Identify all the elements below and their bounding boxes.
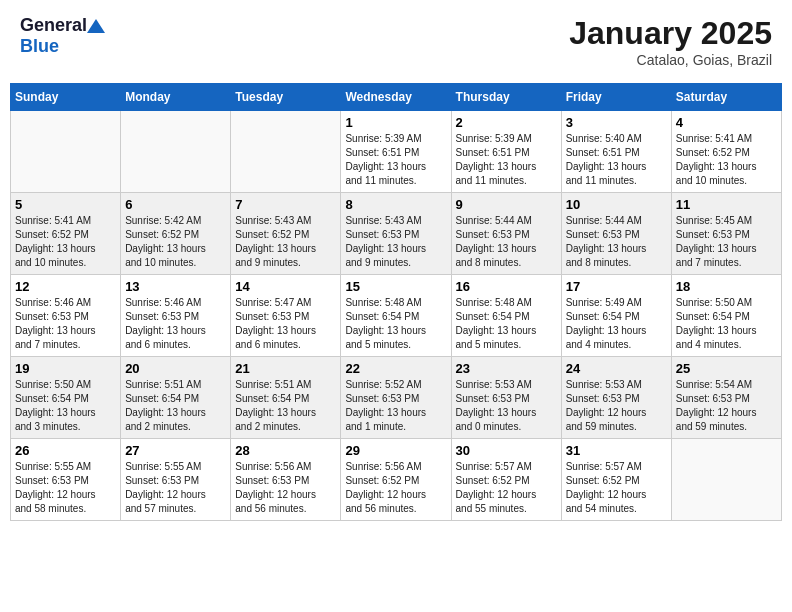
weekday-header-row: SundayMondayTuesdayWednesdayThursdayFrid… <box>11 84 782 111</box>
week-row-4: 19Sunrise: 5:50 AMSunset: 6:54 PMDayligh… <box>11 357 782 439</box>
day-number: 5 <box>15 197 116 212</box>
calendar-cell: 15Sunrise: 5:48 AMSunset: 6:54 PMDayligh… <box>341 275 451 357</box>
calendar-cell: 1Sunrise: 5:39 AMSunset: 6:51 PMDaylight… <box>341 111 451 193</box>
calendar-cell: 7Sunrise: 5:43 AMSunset: 6:52 PMDaylight… <box>231 193 341 275</box>
day-number: 16 <box>456 279 557 294</box>
weekday-header-saturday: Saturday <box>671 84 781 111</box>
calendar-cell: 2Sunrise: 5:39 AMSunset: 6:51 PMDaylight… <box>451 111 561 193</box>
day-info: Sunrise: 5:43 AMSunset: 6:53 PMDaylight:… <box>345 214 446 270</box>
day-number: 15 <box>345 279 446 294</box>
day-info: Sunrise: 5:46 AMSunset: 6:53 PMDaylight:… <box>125 296 226 352</box>
day-info: Sunrise: 5:54 AMSunset: 6:53 PMDaylight:… <box>676 378 777 434</box>
calendar-cell: 9Sunrise: 5:44 AMSunset: 6:53 PMDaylight… <box>451 193 561 275</box>
weekday-header-tuesday: Tuesday <box>231 84 341 111</box>
week-row-1: 1Sunrise: 5:39 AMSunset: 6:51 PMDaylight… <box>11 111 782 193</box>
day-number: 30 <box>456 443 557 458</box>
day-number: 3 <box>566 115 667 130</box>
day-number: 19 <box>15 361 116 376</box>
calendar-cell: 11Sunrise: 5:45 AMSunset: 6:53 PMDayligh… <box>671 193 781 275</box>
day-number: 26 <box>15 443 116 458</box>
day-number: 11 <box>676 197 777 212</box>
day-info: Sunrise: 5:57 AMSunset: 6:52 PMDaylight:… <box>566 460 667 516</box>
calendar-cell: 30Sunrise: 5:57 AMSunset: 6:52 PMDayligh… <box>451 439 561 521</box>
day-info: Sunrise: 5:51 AMSunset: 6:54 PMDaylight:… <box>125 378 226 434</box>
day-info: Sunrise: 5:39 AMSunset: 6:51 PMDaylight:… <box>345 132 446 188</box>
day-number: 12 <box>15 279 116 294</box>
day-info: Sunrise: 5:56 AMSunset: 6:53 PMDaylight:… <box>235 460 336 516</box>
calendar-cell: 6Sunrise: 5:42 AMSunset: 6:52 PMDaylight… <box>121 193 231 275</box>
logo-general-text: General <box>20 15 87 36</box>
day-number: 9 <box>456 197 557 212</box>
day-info: Sunrise: 5:51 AMSunset: 6:54 PMDaylight:… <box>235 378 336 434</box>
weekday-header-wednesday: Wednesday <box>341 84 451 111</box>
calendar-cell: 29Sunrise: 5:56 AMSunset: 6:52 PMDayligh… <box>341 439 451 521</box>
day-info: Sunrise: 5:55 AMSunset: 6:53 PMDaylight:… <box>15 460 116 516</box>
calendar-cell: 28Sunrise: 5:56 AMSunset: 6:53 PMDayligh… <box>231 439 341 521</box>
calendar-cell: 23Sunrise: 5:53 AMSunset: 6:53 PMDayligh… <box>451 357 561 439</box>
day-info: Sunrise: 5:53 AMSunset: 6:53 PMDaylight:… <box>456 378 557 434</box>
day-info: Sunrise: 5:50 AMSunset: 6:54 PMDaylight:… <box>15 378 116 434</box>
calendar-cell: 25Sunrise: 5:54 AMSunset: 6:53 PMDayligh… <box>671 357 781 439</box>
day-number: 22 <box>345 361 446 376</box>
calendar-cell: 18Sunrise: 5:50 AMSunset: 6:54 PMDayligh… <box>671 275 781 357</box>
day-info: Sunrise: 5:43 AMSunset: 6:52 PMDaylight:… <box>235 214 336 270</box>
day-number: 28 <box>235 443 336 458</box>
day-number: 8 <box>345 197 446 212</box>
day-info: Sunrise: 5:41 AMSunset: 6:52 PMDaylight:… <box>676 132 777 188</box>
day-info: Sunrise: 5:49 AMSunset: 6:54 PMDaylight:… <box>566 296 667 352</box>
day-number: 27 <box>125 443 226 458</box>
day-info: Sunrise: 5:39 AMSunset: 6:51 PMDaylight:… <box>456 132 557 188</box>
weekday-header-friday: Friday <box>561 84 671 111</box>
calendar-cell: 13Sunrise: 5:46 AMSunset: 6:53 PMDayligh… <box>121 275 231 357</box>
calendar-cell: 16Sunrise: 5:48 AMSunset: 6:54 PMDayligh… <box>451 275 561 357</box>
day-number: 24 <box>566 361 667 376</box>
calendar-cell: 22Sunrise: 5:52 AMSunset: 6:53 PMDayligh… <box>341 357 451 439</box>
day-number: 7 <box>235 197 336 212</box>
calendar-cell <box>121 111 231 193</box>
day-info: Sunrise: 5:47 AMSunset: 6:53 PMDaylight:… <box>235 296 336 352</box>
day-info: Sunrise: 5:53 AMSunset: 6:53 PMDaylight:… <box>566 378 667 434</box>
day-info: Sunrise: 5:45 AMSunset: 6:53 PMDaylight:… <box>676 214 777 270</box>
calendar-cell: 31Sunrise: 5:57 AMSunset: 6:52 PMDayligh… <box>561 439 671 521</box>
day-info: Sunrise: 5:40 AMSunset: 6:51 PMDaylight:… <box>566 132 667 188</box>
day-number: 4 <box>676 115 777 130</box>
day-info: Sunrise: 5:48 AMSunset: 6:54 PMDaylight:… <box>456 296 557 352</box>
day-number: 17 <box>566 279 667 294</box>
day-info: Sunrise: 5:52 AMSunset: 6:53 PMDaylight:… <box>345 378 446 434</box>
calendar-cell <box>671 439 781 521</box>
calendar-cell: 4Sunrise: 5:41 AMSunset: 6:52 PMDaylight… <box>671 111 781 193</box>
calendar-cell <box>231 111 341 193</box>
weekday-header-thursday: Thursday <box>451 84 561 111</box>
page-header: General Blue January 2025 Catalao, Goias… <box>10 10 782 73</box>
calendar-cell: 5Sunrise: 5:41 AMSunset: 6:52 PMDaylight… <box>11 193 121 275</box>
week-row-2: 5Sunrise: 5:41 AMSunset: 6:52 PMDaylight… <box>11 193 782 275</box>
week-row-3: 12Sunrise: 5:46 AMSunset: 6:53 PMDayligh… <box>11 275 782 357</box>
day-number: 1 <box>345 115 446 130</box>
day-number: 2 <box>456 115 557 130</box>
day-number: 23 <box>456 361 557 376</box>
calendar-table: SundayMondayTuesdayWednesdayThursdayFrid… <box>10 83 782 521</box>
day-info: Sunrise: 5:48 AMSunset: 6:54 PMDaylight:… <box>345 296 446 352</box>
logo-blue-text: Blue <box>20 36 59 57</box>
day-number: 29 <box>345 443 446 458</box>
day-number: 10 <box>566 197 667 212</box>
day-number: 21 <box>235 361 336 376</box>
day-number: 14 <box>235 279 336 294</box>
calendar-cell: 10Sunrise: 5:44 AMSunset: 6:53 PMDayligh… <box>561 193 671 275</box>
day-number: 25 <box>676 361 777 376</box>
day-info: Sunrise: 5:55 AMSunset: 6:53 PMDaylight:… <box>125 460 226 516</box>
day-number: 13 <box>125 279 226 294</box>
logo: General Blue <box>20 15 105 57</box>
calendar-cell: 17Sunrise: 5:49 AMSunset: 6:54 PMDayligh… <box>561 275 671 357</box>
day-info: Sunrise: 5:50 AMSunset: 6:54 PMDaylight:… <box>676 296 777 352</box>
calendar-cell: 20Sunrise: 5:51 AMSunset: 6:54 PMDayligh… <box>121 357 231 439</box>
title-area: January 2025 Catalao, Goias, Brazil <box>569 15 772 68</box>
calendar-cell: 12Sunrise: 5:46 AMSunset: 6:53 PMDayligh… <box>11 275 121 357</box>
calendar-cell: 24Sunrise: 5:53 AMSunset: 6:53 PMDayligh… <box>561 357 671 439</box>
weekday-header-sunday: Sunday <box>11 84 121 111</box>
weekday-header-monday: Monday <box>121 84 231 111</box>
day-number: 18 <box>676 279 777 294</box>
day-info: Sunrise: 5:44 AMSunset: 6:53 PMDaylight:… <box>566 214 667 270</box>
day-info: Sunrise: 5:41 AMSunset: 6:52 PMDaylight:… <box>15 214 116 270</box>
calendar-cell: 3Sunrise: 5:40 AMSunset: 6:51 PMDaylight… <box>561 111 671 193</box>
